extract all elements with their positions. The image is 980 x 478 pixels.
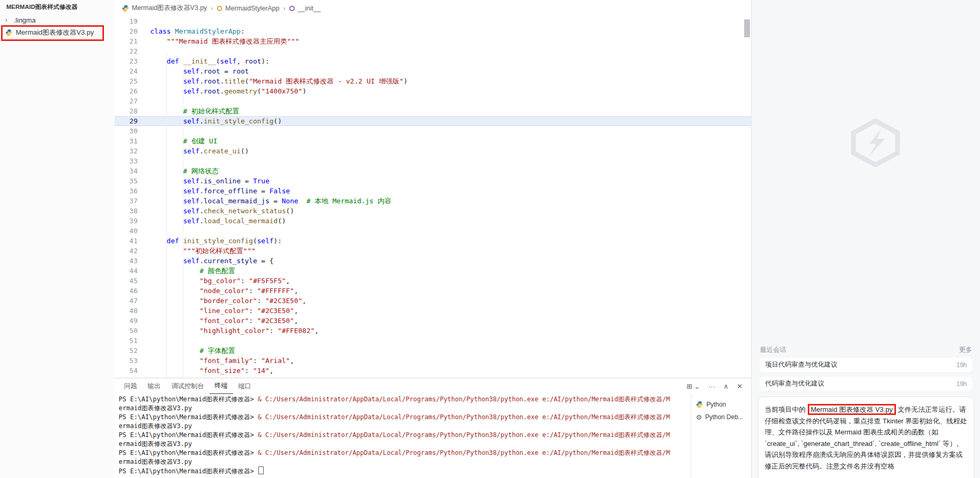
code-line-24[interactable]: 24 self.root = root — [114, 66, 751, 76]
code-line-42[interactable]: 42 """初始化样式配置""" — [114, 246, 751, 256]
explorer-root-label[interactable]: MERMAID图表样式修改器 — [0, 0, 114, 14]
code-line-25[interactable]: 25 self.root.title("Mermaid 图表样式修改器 - v2… — [114, 76, 751, 86]
code-line-22[interactable]: 22 — [114, 46, 751, 56]
line-number: 39 — [114, 216, 138, 226]
code-text: self.root.geometry("1400x750") — [138, 86, 306, 96]
code-line-41[interactable]: 41 def init_style_config(self): — [114, 236, 751, 246]
breadcrumb-label: __init__ — [298, 5, 321, 12]
method-icon — [289, 5, 295, 12]
recent-sessions-header: 最近会话 更多 — [760, 346, 972, 355]
line-number: 34 — [114, 166, 138, 176]
panel-tab-1[interactable]: 问题 — [119, 379, 142, 394]
terminal-output[interactable]: PS E:\AI\python\Mermaid图表样式修改器> & C:/Use… — [119, 395, 690, 478]
line-number: 42 — [114, 246, 138, 256]
session-title: 代码审查与优化建议 — [765, 379, 825, 388]
code-text: "highlight_color": "#FFE082", — [138, 326, 319, 336]
terminal-line: PS E:\AI\python\Mermaid图表样式修改器> — [119, 466, 690, 475]
session-item[interactable]: 代码审查与优化建议19h — [760, 377, 972, 391]
code-text: self.current_style = { — [138, 256, 274, 266]
panel-tab-4[interactable]: 终端 — [210, 378, 233, 394]
line-number: 53 — [114, 356, 138, 366]
breadcrumb-item[interactable]: MermaidStylerApp — [216, 5, 279, 12]
indent-guide — [183, 72, 183, 378]
code-editor[interactable]: 1920class MermaidStylerApp:21 """Mermaid… — [114, 16, 751, 378]
line-number: 41 — [114, 236, 138, 246]
line-number: 52 — [114, 346, 138, 356]
code-text — [138, 46, 150, 56]
code-line-32[interactable]: 32 self.create_ui() — [114, 146, 751, 156]
code-line-46[interactable]: 46 "node_color": "#FFFFFF", — [114, 286, 751, 296]
chat-input[interactable]: 当前项目中的 Mermaid 图表修改器 V3.py 文件无法正常运行。请仔细检… — [758, 397, 974, 478]
code-line-30[interactable]: 30 — [114, 126, 751, 136]
code-line-27[interactable]: 27 — [114, 96, 751, 106]
sidebar-folder-item[interactable]: ›.lingma — [0, 14, 114, 26]
close-panel-icon[interactable]: ✕ — [737, 382, 743, 390]
line-number: 37 — [114, 196, 138, 206]
editor-scrollbar[interactable] — [744, 19, 750, 37]
panel-layout-icon[interactable]: ⊞ ⌄ — [686, 382, 700, 390]
python-icon — [696, 401, 703, 408]
code-line-39[interactable]: 39 self.load_local_mermaid() — [114, 216, 751, 226]
more-sessions-link[interactable]: 更多 — [959, 346, 972, 355]
line-number: 27 — [114, 96, 138, 106]
sidebar-file-item[interactable]: Mermaid图表修改器V3.py — [0, 26, 114, 39]
maximize-panel-icon[interactable]: ∧ — [724, 382, 729, 390]
code-line-35[interactable]: 35 self.is_online = True — [114, 176, 751, 186]
code-line-54[interactable]: 54 "font_size": "14", — [114, 366, 751, 376]
code-line-50[interactable]: 50 "highlight_color": "#FFE082", — [114, 326, 751, 336]
code-text: "font_size": "14", — [138, 366, 274, 376]
line-number: 25 — [114, 76, 138, 86]
code-line-49[interactable]: 49 "font_color": "#2C3E50", — [114, 316, 751, 326]
terminal-line: ermaid图表修改器V3.py — [119, 440, 690, 449]
line-number: 23 — [114, 56, 138, 66]
session-item[interactable]: 项目代码审查与优化建议19h — [760, 358, 972, 372]
panel-tab-3[interactable]: 调试控制台 — [166, 379, 210, 394]
chat-input-text: 当前项目中的 — [765, 406, 808, 413]
terminal-instance[interactable]: ⚙Python Deb... — [691, 411, 751, 423]
line-number: 32 — [114, 146, 138, 156]
terminal-instance[interactable]: Python — [691, 398, 751, 411]
code-text: """Mermaid 图表样式修改器主应用类""" — [138, 36, 299, 46]
panel-tab-2[interactable]: 输出 — [142, 379, 166, 394]
code-text: self.root = root — [138, 66, 249, 76]
code-line-28[interactable]: 28 # 初始化样式配置 — [114, 106, 751, 116]
ide-window: MERMAID图表样式修改器 ›.lingmaMermaid图表修改器V3.py… — [0, 0, 980, 478]
code-line-43[interactable]: 43 self.current_style = { — [114, 256, 751, 266]
code-line-33[interactable]: 33 — [114, 156, 751, 166]
breadcrumb[interactable]: Mermaid图表修改器V3.py›MermaidStylerApp›__ini… — [114, 0, 751, 16]
tree-item-label: Mermaid图表修改器V3.py — [16, 28, 94, 37]
code-line-51[interactable]: 51 — [114, 336, 751, 346]
line-number: 48 — [114, 306, 138, 316]
code-line-26[interactable]: 26 self.root.geometry("1400x750") — [114, 86, 751, 96]
file-tree: ›.lingmaMermaid图表修改器V3.py — [0, 14, 114, 39]
code-line-38[interactable]: 38 self.check_network_status() — [114, 206, 751, 216]
code-line-48[interactable]: 48 "line_color": "#2C3E50", — [114, 306, 751, 316]
code-line-47[interactable]: 47 "border_color": "#2C3E50", — [114, 296, 751, 306]
code-line-20[interactable]: 20class MermaidStylerApp: — [114, 26, 751, 36]
panel-tab-5[interactable]: 端口 — [233, 379, 257, 394]
terminal-line: ermaid图表修改器V3.py — [119, 404, 690, 413]
code-line-29[interactable]: 29 self.init_style_config() — [114, 116, 751, 126]
code-text — [138, 226, 150, 236]
breadcrumb-item[interactable]: Mermaid图表修改器V3.py — [122, 4, 207, 13]
line-number: 45 — [114, 276, 138, 286]
code-line-23[interactable]: 23 def __init__(self, root): — [114, 56, 751, 66]
code-line-53[interactable]: 53 "font_family": "Arial", — [114, 356, 751, 366]
code-line-45[interactable]: 45 "bg_color": "#F5F5F5", — [114, 276, 751, 286]
session-time: 19h — [956, 380, 967, 388]
editor-area: Mermaid图表修改器V3.py›MermaidStylerApp›__ini… — [114, 0, 751, 378]
panel-actions: ⊞ ⌄···∧✕ — [686, 378, 743, 394]
code-line-34[interactable]: 34 # 网络状态 — [114, 166, 751, 176]
code-line-40[interactable]: 40 — [114, 226, 751, 236]
code-line-37[interactable]: 37 self.local_mermaid_js = None # 本地 Mer… — [114, 196, 751, 206]
code-line-52[interactable]: 52 # 字体配置 — [114, 346, 751, 356]
recent-sessions-label: 最近会话 — [760, 346, 786, 355]
breadcrumb-item[interactable]: __init__ — [289, 5, 321, 12]
code-line-21[interactable]: 21 """Mermaid 图表样式修改器主应用类""" — [114, 36, 751, 46]
code-line-44[interactable]: 44 # 颜色配置 — [114, 266, 751, 276]
code-line-31[interactable]: 31 # 创建 UI — [114, 136, 751, 146]
code-line-19[interactable]: 19 — [114, 16, 751, 26]
code-text — [138, 96, 150, 106]
code-line-36[interactable]: 36 self.force_offline = False — [114, 186, 751, 196]
more-actions-icon[interactable]: ··· — [708, 382, 715, 390]
